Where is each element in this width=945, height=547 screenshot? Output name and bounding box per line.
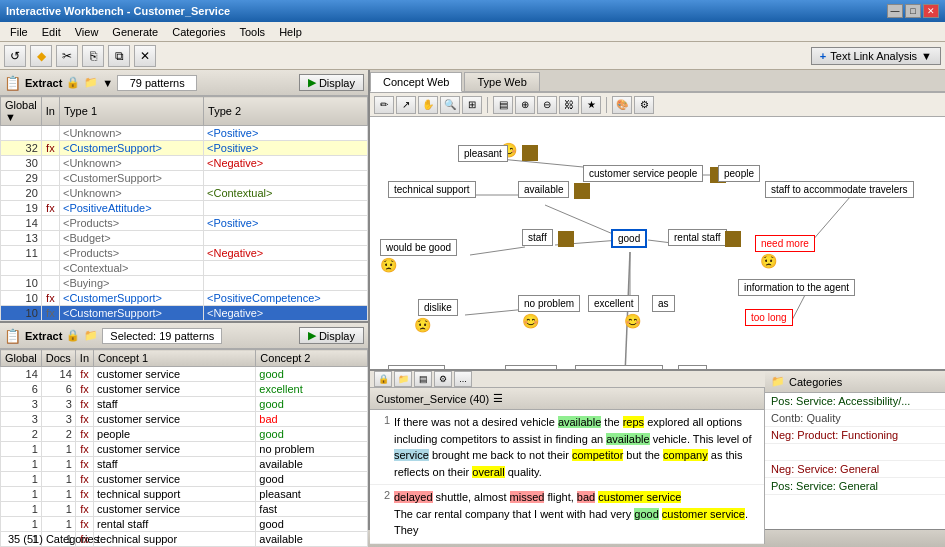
bt-filter[interactable]: ▤ — [414, 371, 432, 387]
bt-settings[interactable]: ⚙ — [434, 371, 452, 387]
concept-web-canvas[interactable]: 😊 pleasant technical support available c… — [370, 117, 945, 369]
table-row[interactable]: 10 fx <CustomerSupport> <Negative> — [1, 306, 368, 321]
table-row[interactable]: 20 <Unknown> <Contextual> — [1, 186, 368, 201]
node-good[interactable]: good — [611, 229, 647, 248]
node-bad[interactable]: bad — [678, 365, 707, 369]
menu-generate[interactable]: Generate — [106, 24, 164, 40]
text-row-2: 2 delayed shuttle, almost missed flight,… — [370, 485, 764, 544]
table-row[interactable]: 6 6 fx customer service excellent — [1, 382, 368, 397]
node-cs-people[interactable]: customer service people — [583, 165, 703, 182]
table-row[interactable]: 3 3 fx customer service bad — [1, 412, 368, 427]
delete-button[interactable]: ✕ — [134, 45, 156, 67]
minimize-button[interactable]: — — [887, 4, 903, 18]
tab-concept-web[interactable]: Concept Web — [370, 72, 462, 92]
extract-icon: 📋 — [4, 75, 21, 91]
top-extract-scroll[interactable]: Global ▼ In Type 1 Type 2 <Unknown> <Pos… — [0, 96, 368, 321]
paste-button[interactable]: ⧉ — [108, 45, 130, 67]
table-row[interactable]: 19 fx <PositiveAttitude> — [1, 201, 368, 216]
table-row[interactable]: 30 <Unknown> <Negative> — [1, 156, 368, 171]
table-row[interactable]: 10 <Buying> — [1, 276, 368, 291]
table-row[interactable]: 1 1 fx customer service fast — [1, 502, 368, 517]
bottom-lock-icon: 🔒 — [66, 329, 80, 342]
node-dislike[interactable]: dislike — [418, 299, 458, 316]
menu-categories[interactable]: Categories — [166, 24, 231, 40]
zoom-tool[interactable]: 🔍 — [440, 96, 460, 114]
menu-tools[interactable]: Tools — [233, 24, 271, 40]
diamond-button[interactable]: ◆ — [30, 45, 52, 67]
menu-file[interactable]: File — [4, 24, 34, 40]
table-row[interactable]: 14 <Products> <Positive> — [1, 216, 368, 231]
hand-tool[interactable]: ✋ — [418, 96, 438, 114]
table-row[interactable]: 10 fx <CustomerSupport> <PositiveCompete… — [1, 291, 368, 306]
node-staff[interactable]: staff — [522, 229, 553, 246]
filter-tool[interactable]: ▤ — [493, 96, 513, 114]
toolbar-separator2 — [606, 97, 607, 113]
table-row[interactable]: 1 1 fx customer service good — [1, 472, 368, 487]
table-row[interactable]: 3 3 fx staff good — [1, 397, 368, 412]
star-tool[interactable]: ★ — [581, 96, 601, 114]
table-row[interactable]: 13 <Budget> — [1, 231, 368, 246]
cut-button[interactable]: ✂ — [56, 45, 78, 67]
table-row[interactable]: 1 1 fx technical support pleasant — [1, 487, 368, 502]
menu-view[interactable]: View — [69, 24, 105, 40]
node-too-long[interactable]: too long — [745, 309, 793, 326]
node-rental-staff[interactable]: rental staff — [668, 229, 727, 246]
table-row[interactable]: 11 <Products> <Negative> — [1, 246, 368, 261]
link-tool[interactable]: ⛓ — [559, 96, 579, 114]
props-tool[interactable]: ⚙ — [634, 96, 654, 114]
window-title: Interactive Workbench - Customer_Service — [6, 5, 230, 17]
node-pleasant[interactable]: pleasant — [458, 145, 508, 162]
node-hopeless[interactable]: hopeless — [505, 365, 557, 369]
node-people[interactable]: people — [718, 165, 760, 182]
layout-tool[interactable]: ⊞ — [462, 96, 482, 114]
table-row[interactable]: 29 <CustomerSupport> — [1, 171, 368, 186]
highlight-cs-2: customer service — [662, 508, 745, 520]
table-row[interactable]: 1 1 fx staff available — [1, 457, 368, 472]
cat-icon: 📁 — [771, 375, 785, 388]
node-would-be-good[interactable]: would be good — [380, 239, 457, 256]
maximize-button[interactable]: □ — [905, 4, 921, 18]
table-row[interactable]: <Unknown> <Positive> — [1, 126, 368, 141]
bt-folder[interactable]: 📁 — [394, 371, 412, 387]
select-tool[interactable]: ↗ — [396, 96, 416, 114]
tab-bar: Concept Web Type Web — [370, 70, 945, 93]
table-row[interactable]: 2 2 fx people good — [1, 427, 368, 442]
expand-tool[interactable]: ⊕ — [515, 96, 535, 114]
undo-button[interactable]: ↺ — [4, 45, 26, 67]
col-docs: Docs — [41, 350, 75, 367]
node-customer-service[interactable]: customer service — [575, 365, 663, 369]
top-display-button[interactable]: ▶ Display — [299, 74, 364, 91]
node-preferable[interactable]: preferable — [388, 365, 445, 369]
svg-line-6 — [470, 247, 525, 255]
tla-button[interactable]: + Text Link Analysis ▼ — [811, 47, 941, 65]
copy-button[interactable]: ⎘ — [82, 45, 104, 67]
bottom-extract-scroll[interactable]: Global Docs In Concept 1 Concept 2 14 14… — [0, 349, 368, 547]
node-staff-accommodate[interactable]: staff to accommodate travelers — [765, 181, 914, 198]
bt-more[interactable]: ... — [454, 371, 472, 387]
color-tool[interactable]: 🎨 — [612, 96, 632, 114]
node-as[interactable]: as — [652, 295, 675, 312]
menu-help[interactable]: Help — [273, 24, 308, 40]
table-row[interactable]: <Contextual> — [1, 261, 368, 276]
text-content[interactable]: 1 If there was not a desired vehicle ava… — [370, 410, 764, 544]
highlight-good-cs: good — [634, 508, 658, 520]
table-row[interactable]: 1 1 fx customer service no problem — [1, 442, 368, 457]
close-button[interactable]: ✕ — [923, 4, 939, 18]
tab-type-web[interactable]: Type Web — [464, 72, 539, 91]
node-excellent[interactable]: excellent — [588, 295, 639, 312]
cat-list[interactable]: Pos: Service: Accessibility/... Contb: Q… — [765, 393, 945, 529]
bottom-display-button[interactable]: ▶ Display — [299, 327, 364, 344]
node-information-agent[interactable]: information to the agent — [738, 279, 855, 296]
node-technical-support[interactable]: technical support — [388, 181, 476, 198]
menu-edit[interactable]: Edit — [36, 24, 67, 40]
pencil-tool[interactable]: ✏ — [374, 96, 394, 114]
table-row[interactable]: 32 fx <CustomerSupport> <Positive> — [1, 141, 368, 156]
node-need-more[interactable]: need more — [755, 235, 815, 252]
node-no-problem[interactable]: no problem — [518, 295, 580, 312]
collapse-tool[interactable]: ⊖ — [537, 96, 557, 114]
highlight-overall: overall — [472, 466, 504, 478]
table-row[interactable]: 14 14 fx customer service good — [1, 367, 368, 382]
node-available[interactable]: available — [518, 181, 569, 198]
table-row[interactable]: 1 1 fx rental staff good — [1, 517, 368, 532]
bt-lock[interactable]: 🔒 — [374, 371, 392, 387]
